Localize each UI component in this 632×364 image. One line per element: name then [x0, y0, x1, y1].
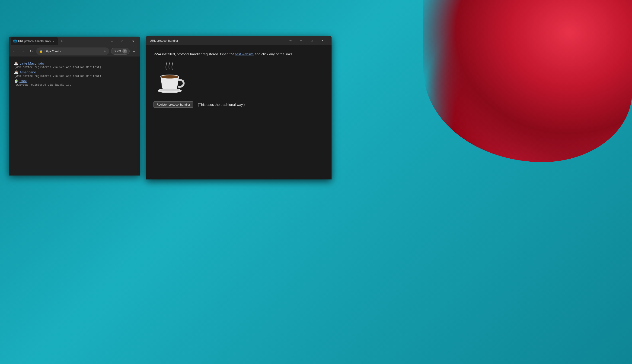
pwa-description: PWA installed, protocol handler register… [153, 52, 324, 57]
pwa-window: URL protocol handler ⋯ ─ □ ✕ PWA install… [146, 36, 332, 180]
window-controls: ─ □ ✕ [106, 38, 138, 45]
pwa-close-button[interactable]: ✕ [317, 37, 328, 44]
pwa-more-button[interactable]: ⋯ [285, 37, 296, 44]
list-item: ☕ Latte Macchiato (web+coffee registered… [14, 61, 135, 69]
register-row: Register protocol handler (This uses the… [153, 102, 324, 108]
pwa-window-controls: ⋯ ─ □ ✕ [285, 37, 328, 44]
svg-point-1 [161, 75, 178, 78]
link-line: ☕ Americano [14, 70, 135, 74]
tab-favicon: 🌐 [13, 39, 17, 43]
latte-link[interactable]: Latte Macchiato [20, 61, 44, 65]
close-button[interactable]: ✕ [128, 38, 138, 45]
americano-emoji: ☕ [14, 70, 19, 74]
maximize-icon: □ [122, 40, 123, 42]
register-protocol-handler-button[interactable]: Register protocol handler [153, 102, 193, 108]
list-item: 🍵 Chai (web+tea registered via JavaScrip… [14, 79, 135, 86]
pwa-description-prefix: PWA installed, protocol handler register… [153, 52, 235, 56]
browser-content-area: ☕ Latte Macchiato (web+coffee registered… [9, 56, 140, 176]
americano-link[interactable]: Americano [20, 70, 36, 74]
forward-button[interactable]: → [20, 48, 26, 54]
tab-close-button[interactable]: ✕ [52, 39, 56, 43]
guest-label: Guest [114, 50, 121, 53]
latte-emoji: ☕ [14, 61, 19, 66]
browser-more-button[interactable]: ⋯ [131, 48, 138, 54]
back-icon: ← [13, 49, 16, 53]
guest-avatar: ? [122, 49, 127, 54]
latte-meta: (web+coffee registered via Web Applicati… [14, 66, 135, 69]
pwa-maximize-button[interactable]: □ [307, 37, 317, 44]
browser-window-left: 🌐 URL protocol handler links ✕ + ─ □ ✕ ← [9, 36, 140, 176]
list-item: ☕ Americano (web+coffee registered via W… [14, 70, 135, 78]
maximize-button[interactable]: □ [117, 38, 128, 45]
pwa-content-area: PWA installed, protocol handler register… [146, 45, 332, 180]
favorites-icon[interactable]: ☆ [103, 49, 106, 53]
address-input-box[interactable]: 🔒 https://protoc... ☆ [36, 48, 109, 55]
minimize-icon: ─ [111, 40, 113, 42]
tab-label: URL protocol handler links [18, 40, 51, 43]
test-website-link[interactable]: test website [235, 52, 254, 56]
refresh-button[interactable]: ↻ [28, 48, 34, 54]
lock-icon: 🔒 [39, 50, 43, 53]
address-bar: ← → ↻ 🔒 https://protoc... ☆ Guest ? ⋯ [9, 46, 140, 56]
pwa-title: URL protocol handler [150, 39, 285, 42]
pwa-titlebar: URL protocol handler ⋯ ─ □ ✕ [146, 36, 332, 45]
register-note: (This uses the traditional way.) [198, 102, 245, 106]
pwa-minimize-button[interactable]: ─ [296, 37, 307, 44]
link-line: 🍵 Chai [14, 79, 135, 83]
new-tab-button[interactable]: + [58, 38, 65, 45]
more-icon: ⋯ [133, 49, 137, 54]
close-icon: ✕ [132, 40, 134, 43]
guest-profile-button[interactable]: Guest ? [111, 48, 130, 55]
back-button[interactable]: ← [11, 48, 18, 54]
pwa-description-suffix: and click any of the links. [254, 52, 293, 56]
url-display: https://protoc... [45, 50, 102, 53]
link-line: ☕ Latte Macchiato [14, 61, 135, 66]
new-tab-icon: + [61, 39, 63, 44]
tab-bar: 🌐 URL protocol handler links ✕ + [11, 37, 105, 45]
coffee-cup-svg [153, 62, 186, 95]
chai-link[interactable]: Chai [20, 79, 27, 83]
tab-active[interactable]: 🌐 URL protocol handler links ✕ [11, 37, 58, 45]
minimize-button[interactable]: ─ [106, 38, 117, 45]
chai-meta: (web+tea registered via JavaScript) [14, 83, 135, 86]
chai-emoji: 🍵 [14, 79, 19, 83]
americano-meta: (web+coffee registered via Web Applicati… [14, 74, 135, 78]
forward-icon: → [21, 49, 25, 53]
coffee-cup-image [153, 62, 186, 95]
refresh-icon: ↻ [30, 49, 33, 54]
svg-point-4 [159, 89, 180, 92]
titlebar-left: 🌐 URL protocol handler links ✕ + ─ □ ✕ [9, 36, 140, 46]
